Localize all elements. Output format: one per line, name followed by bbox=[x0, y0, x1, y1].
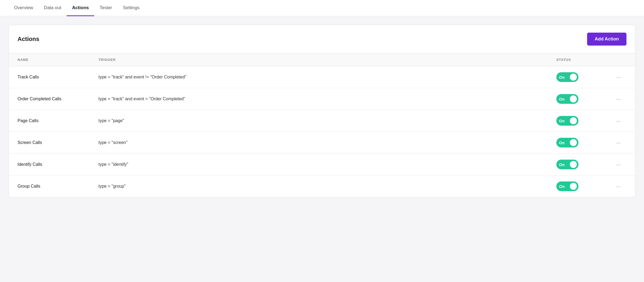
actions-header: Actions Add Action bbox=[9, 25, 635, 53]
status-toggle[interactable]: On bbox=[556, 160, 578, 169]
table-row: Group Calls type = "group" On ··· bbox=[9, 176, 635, 197]
status-toggle[interactable]: On bbox=[556, 138, 578, 147]
col-header-trigger: TRIGGER bbox=[98, 58, 556, 62]
tab-data-out[interactable]: Data out bbox=[39, 0, 67, 16]
more-options-button[interactable]: ··· bbox=[610, 139, 626, 147]
toggle-label: On bbox=[559, 119, 565, 123]
toggle-container: On bbox=[556, 116, 610, 126]
toggle-knob bbox=[570, 139, 577, 146]
main-content: Actions Add Action NAME TRIGGER STATUS T… bbox=[0, 16, 644, 206]
more-options-button[interactable]: ··· bbox=[610, 95, 626, 103]
table-row: Page Calls type = "page" On ··· bbox=[9, 110, 635, 132]
row-trigger: type = "page" bbox=[98, 118, 556, 123]
toggle-container: On bbox=[556, 72, 610, 82]
toggle-knob bbox=[570, 74, 577, 81]
table-row: Identify Calls type = "identify" On ··· bbox=[9, 154, 635, 176]
toggle-label: On bbox=[559, 184, 565, 189]
toggle-knob bbox=[570, 183, 577, 190]
toggle-knob bbox=[570, 95, 577, 102]
row-trigger: type = "track" and event != "Order Compl… bbox=[98, 75, 556, 80]
tab-actions[interactable]: Actions bbox=[67, 0, 94, 16]
actions-card: Actions Add Action NAME TRIGGER STATUS T… bbox=[9, 25, 635, 197]
toggle-label: On bbox=[559, 97, 565, 101]
toggle-container: On bbox=[556, 160, 610, 169]
row-trigger: type = "group" bbox=[98, 184, 556, 189]
row-trigger: type = "screen" bbox=[98, 140, 556, 145]
row-name: Track Calls bbox=[18, 75, 98, 80]
row-name: Page Calls bbox=[18, 118, 98, 123]
toggle-knob bbox=[570, 117, 577, 124]
table-row: Screen Calls type = "screen" On ··· bbox=[9, 132, 635, 154]
toggle-knob bbox=[570, 161, 577, 168]
status-toggle[interactable]: On bbox=[556, 181, 578, 191]
row-trigger: type = "identify" bbox=[98, 162, 556, 167]
toggle-label: On bbox=[559, 75, 565, 80]
table-header: NAME TRIGGER STATUS bbox=[9, 53, 635, 66]
toggle-label: On bbox=[559, 140, 565, 145]
more-options-button[interactable]: ··· bbox=[610, 73, 626, 81]
toggle-container: On bbox=[556, 138, 610, 147]
more-options-button[interactable]: ··· bbox=[610, 117, 626, 125]
row-name: Order Completed Calls bbox=[18, 97, 98, 101]
row-name: Screen Calls bbox=[18, 140, 98, 145]
status-toggle[interactable]: On bbox=[556, 116, 578, 126]
row-name: Identify Calls bbox=[18, 162, 98, 167]
tab-settings[interactable]: Settings bbox=[118, 0, 145, 16]
row-name: Group Calls bbox=[18, 184, 98, 189]
status-toggle[interactable]: On bbox=[556, 94, 578, 104]
tab-tester[interactable]: Tester bbox=[94, 0, 117, 16]
toggle-container: On bbox=[556, 181, 610, 191]
row-trigger: type = "track" and event = "Order Comple… bbox=[98, 97, 556, 101]
tab-overview[interactable]: Overview bbox=[9, 0, 39, 16]
toggle-container: On bbox=[556, 94, 610, 104]
table-body: Track Calls type = "track" and event != … bbox=[9, 66, 635, 197]
more-options-button[interactable]: ··· bbox=[610, 182, 626, 191]
table-row: Track Calls type = "track" and event != … bbox=[9, 66, 635, 88]
add-action-button[interactable]: Add Action bbox=[587, 33, 626, 46]
top-navigation: Overview Data out Actions Tester Setting… bbox=[0, 0, 644, 16]
toggle-label: On bbox=[559, 162, 565, 167]
table-row: Order Completed Calls type = "track" and… bbox=[9, 88, 635, 110]
more-options-button[interactable]: ··· bbox=[610, 160, 626, 169]
page-title: Actions bbox=[18, 36, 39, 43]
status-toggle[interactable]: On bbox=[556, 72, 578, 82]
col-header-status: STATUS bbox=[556, 58, 610, 62]
col-header-name: NAME bbox=[18, 58, 98, 62]
col-header-actions bbox=[610, 58, 626, 62]
